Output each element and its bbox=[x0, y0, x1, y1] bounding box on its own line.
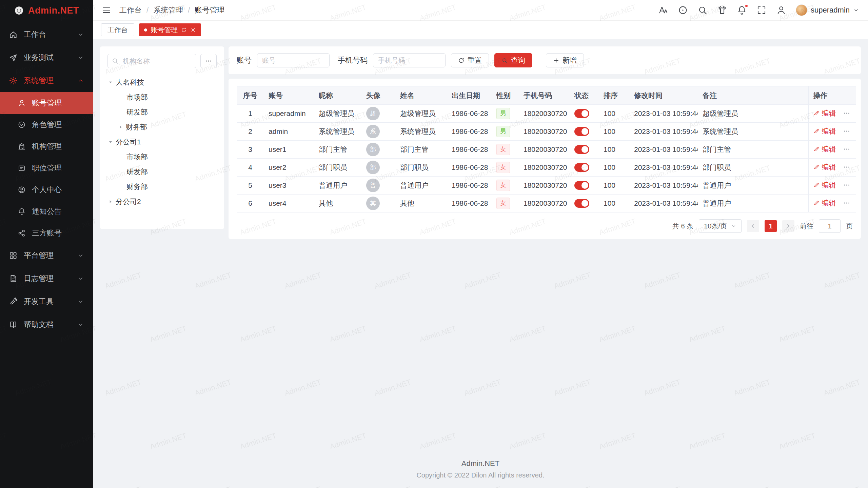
sidebar-item-third-party-account[interactable]: 三方账号 bbox=[0, 222, 93, 244]
notification-badge bbox=[745, 4, 748, 8]
org-more-button[interactable] bbox=[200, 54, 217, 68]
phone-input[interactable] bbox=[373, 53, 446, 67]
page-1-button[interactable]: 1 bbox=[765, 220, 777, 232]
cell-order: 100 bbox=[599, 159, 629, 177]
sidebar-item-role-management[interactable]: 角色管理 bbox=[0, 114, 93, 136]
tree-node[interactable]: 财务部 bbox=[107, 179, 217, 194]
breadcrumb-item-system[interactable]: 系统管理 bbox=[153, 5, 183, 15]
hamburger-button[interactable] bbox=[102, 5, 111, 15]
chevron-down-icon bbox=[853, 7, 859, 13]
edit-button[interactable]: 编辑 bbox=[813, 126, 836, 136]
tab-close-icon[interactable] bbox=[190, 27, 196, 33]
sidebar-item-workbench[interactable]: 工作台 bbox=[0, 23, 93, 46]
status-toggle[interactable] bbox=[574, 145, 589, 154]
status-toggle[interactable] bbox=[574, 181, 589, 190]
status-toggle[interactable] bbox=[574, 199, 589, 208]
breadcrumb-separator: / bbox=[188, 6, 190, 15]
row-more-button[interactable] bbox=[843, 146, 850, 154]
cell-order: 100 bbox=[599, 105, 629, 123]
tree-node[interactable]: 研发部 bbox=[107, 105, 217, 120]
org-search-input[interactable] bbox=[107, 54, 196, 68]
status-toggle[interactable] bbox=[574, 127, 589, 136]
sidebar-item-org-management[interactable]: 机构管理 bbox=[0, 136, 93, 157]
fullscreen-button[interactable] bbox=[756, 5, 767, 15]
prev-page-button[interactable] bbox=[747, 220, 759, 232]
cell-avatar: 其 bbox=[361, 195, 395, 212]
search-button[interactable] bbox=[697, 5, 708, 15]
sidebar-item-notice-announcement[interactable]: 通知公告 bbox=[0, 201, 93, 222]
page-size-select[interactable]: 10条/页 bbox=[699, 219, 742, 233]
cell-avatar: 超 bbox=[361, 105, 395, 123]
row-more-button[interactable] bbox=[843, 164, 850, 172]
logo[interactable]: Admin.NET bbox=[0, 0, 93, 21]
tree-node[interactable]: 分公司2 bbox=[107, 194, 217, 209]
edit-button[interactable]: 编辑 bbox=[813, 144, 836, 154]
search-icon bbox=[112, 57, 119, 66]
tab-workbench[interactable]: 工作台 bbox=[101, 23, 134, 36]
row-more-button[interactable] bbox=[843, 110, 850, 118]
status-toggle[interactable] bbox=[574, 163, 589, 172]
edit-button[interactable]: 编辑 bbox=[813, 198, 836, 208]
sidebar-item-personal-center[interactable]: 个人中心 bbox=[0, 179, 93, 201]
cell-op: 编辑 bbox=[808, 177, 856, 195]
tree-node[interactable]: 市场部 bbox=[107, 90, 217, 105]
add-button[interactable]: 新增 bbox=[546, 53, 584, 67]
edit-button[interactable]: 编辑 bbox=[813, 162, 836, 172]
row-more-button[interactable] bbox=[843, 128, 850, 136]
sidebar-item-position-management[interactable]: 职位管理 bbox=[0, 157, 93, 179]
breadcrumb-item-workbench[interactable]: 工作台 bbox=[119, 5, 142, 15]
cell-phone: 18020030720 bbox=[519, 177, 570, 195]
role-icon bbox=[18, 121, 26, 129]
tree-node-label: 大名科技 bbox=[116, 78, 144, 87]
row-more-button[interactable] bbox=[843, 200, 850, 208]
tree-node[interactable]: 市场部 bbox=[107, 149, 217, 164]
tree-node[interactable]: 分公司1 bbox=[107, 135, 217, 149]
account-input[interactable] bbox=[257, 53, 330, 67]
cell-name: 部门主管 bbox=[395, 141, 447, 159]
column-header-nickname: 昵称 bbox=[314, 86, 361, 105]
logo-text: Admin.NET bbox=[28, 5, 79, 16]
cell-index: 5 bbox=[237, 177, 264, 195]
sidebar-item-business-test[interactable]: 业务测试 bbox=[0, 46, 93, 69]
edit-button[interactable]: 编辑 bbox=[813, 180, 836, 190]
tree-node[interactable]: 大名科技 bbox=[107, 75, 217, 90]
cell-modified: 2023-01-03 10:59:44 bbox=[629, 159, 698, 177]
font-size-button[interactable] bbox=[658, 5, 668, 15]
tab-refresh-icon[interactable] bbox=[181, 27, 187, 33]
notification-button[interactable] bbox=[737, 5, 747, 15]
cell-remark: 超级管理员 bbox=[698, 105, 808, 123]
next-page-button[interactable] bbox=[782, 220, 794, 232]
sidebar-item-platform-management[interactable]: 平台管理 bbox=[0, 244, 93, 267]
sidebar-item-dev-tools[interactable]: 开发工具 bbox=[0, 290, 93, 313]
locale-button[interactable] bbox=[678, 5, 688, 15]
goto-page-input[interactable] bbox=[819, 219, 841, 233]
sidebar-item-log-management[interactable]: 日志管理 bbox=[0, 267, 93, 290]
tree-node[interactable]: 财务部 bbox=[107, 120, 217, 135]
cell-nickname: 部门主管 bbox=[314, 141, 361, 159]
tree-node[interactable]: 研发部 bbox=[107, 164, 217, 179]
tab-account-management[interactable]: 账号管理 bbox=[139, 23, 201, 36]
edit-icon bbox=[813, 164, 820, 170]
theme-button[interactable] bbox=[717, 5, 727, 15]
reset-button[interactable]: 重置 bbox=[451, 53, 489, 67]
sidebar-item-account-management[interactable]: 账号管理 bbox=[0, 92, 93, 114]
cell-status bbox=[570, 195, 599, 212]
sidebar-item-label: 帮助文档 bbox=[24, 320, 54, 330]
more-icon bbox=[843, 181, 850, 189]
cell-modified: 2023-01-03 10:59:44 bbox=[629, 105, 698, 123]
chevron-down-icon bbox=[853, 7, 859, 13]
chevron-down-icon bbox=[77, 252, 84, 259]
user-menu[interactable]: superadmin bbox=[796, 4, 859, 16]
row-more-button[interactable] bbox=[843, 182, 850, 190]
sidebar-item-label: 平台管理 bbox=[24, 250, 54, 261]
sidebar-item-help-docs[interactable]: 帮助文档 bbox=[0, 313, 93, 336]
footer-title: Admin.NET bbox=[93, 459, 868, 468]
cell-gender: 女 bbox=[492, 141, 519, 159]
profile-button[interactable] bbox=[776, 5, 786, 15]
tree-node-label: 市场部 bbox=[126, 93, 148, 102]
status-toggle[interactable] bbox=[574, 109, 589, 118]
sidebar-item-system-management[interactable]: 系统管理 bbox=[0, 69, 93, 92]
pos-icon bbox=[18, 164, 26, 172]
query-button[interactable]: 查询 bbox=[494, 53, 532, 67]
edit-button[interactable]: 编辑 bbox=[813, 108, 836, 118]
